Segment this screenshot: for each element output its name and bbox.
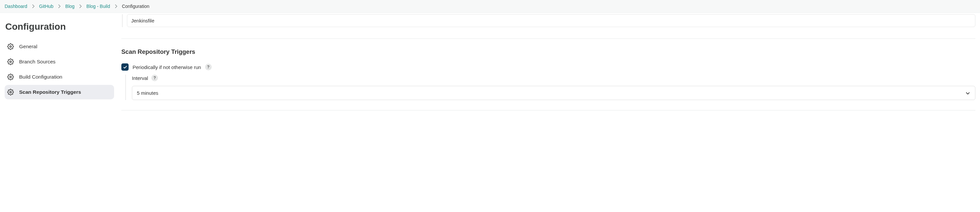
check-icon: [123, 65, 127, 69]
periodically-checkbox[interactable]: [121, 63, 129, 71]
help-icon[interactable]: ?: [205, 64, 212, 70]
chevron-right-icon: [58, 4, 60, 8]
sidebar-item-scan-repository-triggers[interactable]: Scan Repository Triggers: [5, 85, 114, 100]
interval-subfield: Interval ? 5 minutes: [125, 75, 975, 100]
sidebar-item-label: Build Configuration: [19, 74, 62, 80]
chevron-right-icon: [32, 4, 35, 8]
breadcrumb: Dashboard GitHub Blog Blog - Build Confi…: [0, 0, 980, 13]
sidebar-item-general[interactable]: General: [5, 39, 114, 54]
section-divider: [121, 110, 975, 111]
section-title-scan-triggers: Scan Repository Triggers: [121, 48, 975, 55]
interval-label-row: Interval ?: [132, 75, 975, 81]
chevron-right-icon: [115, 4, 118, 8]
gear-icon: [7, 89, 14, 95]
section-divider: [121, 38, 975, 39]
sidebar-item-label: General: [19, 43, 37, 50]
gear-icon: [7, 58, 14, 65]
main-panel: Jenkinsfile Scan Repository Triggers Per…: [115, 13, 980, 111]
page-title: Configuration: [5, 21, 114, 32]
periodically-row: Periodically if not otherwise run ?: [121, 63, 975, 71]
interval-label: Interval: [132, 75, 148, 81]
help-icon[interactable]: ?: [151, 75, 158, 81]
gear-icon: [7, 43, 14, 50]
breadcrumb-current: Configuration: [122, 4, 150, 9]
gear-icon: [7, 74, 14, 80]
svg-point-1: [10, 61, 11, 63]
interval-select-value: 5 minutes: [137, 90, 158, 96]
breadcrumb-link-blog-build[interactable]: Blog - Build: [86, 4, 110, 9]
chevron-down-icon: [965, 90, 970, 96]
prev-field-wrap: Jenkinsfile: [122, 14, 975, 27]
sidebar-item-build-configuration[interactable]: Build Configuration: [5, 70, 114, 84]
breadcrumb-link-github[interactable]: GitHub: [39, 4, 54, 9]
breadcrumb-link-dashboard[interactable]: Dashboard: [5, 4, 27, 9]
sidebar-items: General Branch Sources Build Configurati…: [5, 39, 114, 100]
sidebar-item-label: Scan Repository Triggers: [19, 89, 81, 95]
script-path-input[interactable]: Jenkinsfile: [127, 14, 975, 27]
svg-point-0: [10, 46, 11, 48]
sidebar: Configuration General Branch Sources Bui…: [0, 13, 115, 111]
svg-point-3: [10, 92, 11, 93]
chevron-right-icon: [79, 4, 82, 8]
content-area: Configuration General Branch Sources Bui…: [0, 13, 980, 111]
sidebar-item-label: Branch Sources: [19, 59, 56, 65]
svg-point-2: [10, 76, 11, 78]
sidebar-item-branch-sources[interactable]: Branch Sources: [5, 55, 114, 69]
breadcrumb-link-blog[interactable]: Blog: [65, 4, 75, 9]
periodically-label: Periodically if not otherwise run: [132, 64, 201, 70]
interval-select[interactable]: 5 minutes: [132, 86, 975, 100]
